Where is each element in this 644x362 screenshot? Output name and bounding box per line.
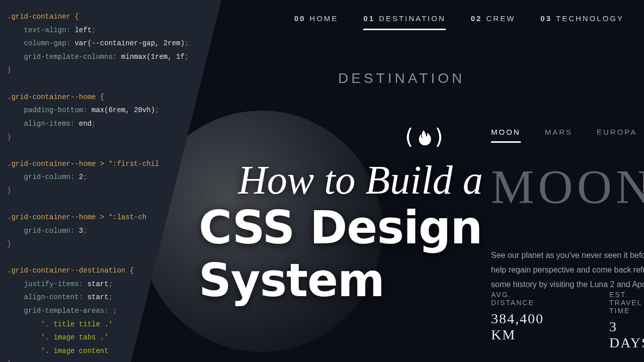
planet-description: See our planet as you've never seen it b… xyxy=(491,248,644,292)
nav-item-destination[interactable]: 01DESTINATION xyxy=(363,14,445,30)
primary-nav: 00HOME01DESTINATION02CREW03TECHNOLOGY xyxy=(201,0,644,30)
website-preview: 00HOME01DESTINATION02CREW03TECHNOLOGY DE… xyxy=(201,0,644,362)
tab-moon[interactable]: MOON xyxy=(491,128,521,143)
nav-item-technology[interactable]: 03TECHNOLOGY xyxy=(540,14,624,30)
stat-block: EST. TRAVEL TIME3 DAYS xyxy=(609,291,644,351)
stat-block: AVG. DISTANCE384,400 KM xyxy=(491,291,544,351)
nav-item-home[interactable]: 00HOME xyxy=(294,14,339,30)
destination-tabs: MOONMARSEUROPATITAN xyxy=(491,128,644,143)
planet-stats: AVG. DISTANCE384,400 KMEST. TRAVEL TIME3… xyxy=(491,291,644,351)
tab-europa[interactable]: EUROPA xyxy=(597,128,637,143)
nav-item-crew[interactable]: 02CREW xyxy=(471,14,516,30)
page-section-label: DESTINATION xyxy=(338,70,465,86)
tab-mars[interactable]: MARS xyxy=(545,128,573,143)
planet-heading: MOON xyxy=(491,159,644,215)
